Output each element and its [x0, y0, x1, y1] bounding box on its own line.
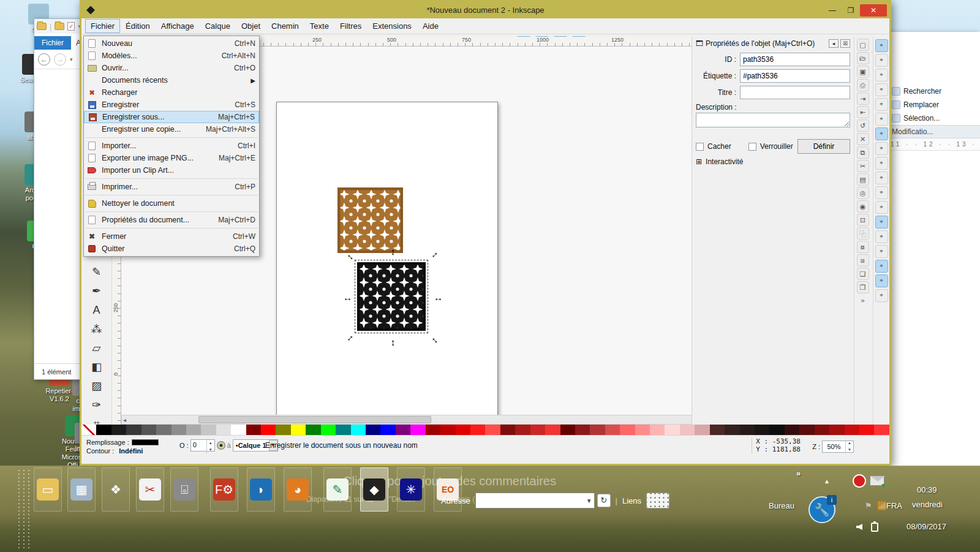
palette-swatch[interactable] [859, 425, 874, 435]
taskbar-icon-android-app[interactable]: ⌻ [170, 467, 198, 512]
palette-swatch[interactable] [530, 425, 545, 435]
titre-field[interactable] [740, 86, 850, 99]
palette-swatch[interactable] [575, 425, 590, 435]
commands-overflow-chevron[interactable]: » [861, 297, 864, 304]
palette-swatch[interactable] [874, 425, 889, 435]
file-menu-item-importerunclipart[interactable]: Importer un Clip Art... [84, 164, 259, 176]
snap-button-12[interactable]: ⌖ [875, 201, 888, 214]
language-indicator[interactable]: FRA [886, 501, 902, 510]
panel-close-button[interactable]: ☒ [840, 39, 850, 48]
palette-swatch[interactable] [635, 425, 650, 435]
calligraphy-tool-icon[interactable]: ✎ [86, 263, 107, 281]
palette-swatch[interactable] [201, 425, 216, 435]
palette-swatch[interactable] [276, 425, 290, 435]
file-menu-item-propriétésdudocument[interactable]: Propriétés du document...Maj+Ctrl+D [84, 214, 259, 226]
palette-swatch[interactable] [650, 425, 665, 435]
zoom-selection-icon[interactable]: ◉ [857, 200, 869, 213]
palette-swatch[interactable] [845, 425, 859, 435]
palette-swatch[interactable] [172, 425, 186, 435]
palette-swatch[interactable] [545, 425, 560, 435]
title-bar[interactable]: *Nouveau document 2 - Inkscape — ❐ ✕ [81, 2, 889, 18]
duplicate-icon[interactable]: ⿻ [857, 227, 869, 240]
word-item-remplacer[interactable]: Remplacer [887, 98, 980, 112]
file-menu-item-exporteruneimagepng[interactable]: Exporter une image PNG...Maj+Ctrl+E [84, 152, 259, 164]
palette-swatch[interactable] [141, 425, 156, 435]
save-icon[interactable]: ▣ [857, 66, 869, 78]
snap-button-3[interactable]: ⌖ [875, 69, 888, 81]
snap-button-14[interactable]: ⌖ [875, 230, 888, 243]
menu-dition[interactable]: Édition [120, 19, 156, 33]
file-menu-item-imprimer[interactable]: Imprimer...Ctrl+P [84, 181, 259, 193]
etiquette-field[interactable] [740, 69, 850, 83]
palette-swatch[interactable] [216, 425, 231, 435]
palette-swatch[interactable] [291, 425, 306, 435]
menu-chemin[interactable]: Chemin [266, 19, 304, 33]
snap-button-9[interactable]: ⌖ [875, 157, 888, 170]
scale-handle-arrow-icon[interactable]: ↔ [343, 294, 352, 301]
steam-tray-icon[interactable]: 🔧 [809, 496, 835, 523]
palette-swatch[interactable] [515, 425, 530, 435]
file-menu-item-quitter[interactable]: QuitterCtrl+Q [84, 243, 259, 255]
taskbar-grip[interactable] [27, 469, 31, 549]
wood-lattice-object[interactable] [337, 187, 403, 253]
back-button[interactable]: ← [38, 53, 50, 66]
expander-icon[interactable]: ⊞ [696, 157, 702, 166]
taskbar-icon-screenshot-tool[interactable]: ✂ [136, 467, 164, 512]
taskbar-icon-firefox[interactable]: ◕ [284, 467, 312, 512]
revert-icon[interactable]: ↺ [857, 119, 869, 132]
palette-swatch[interactable] [246, 425, 261, 435]
import-icon[interactable]: ⇥ [857, 93, 869, 105]
palette-swatch[interactable] [605, 425, 620, 435]
menu-calque[interactable]: Calque [200, 19, 236, 33]
menu-aide[interactable]: Aide [417, 19, 444, 33]
palette-swatch[interactable] [96, 425, 111, 435]
palette-swatch[interactable] [470, 425, 485, 435]
clock-time[interactable]: 00:39 [917, 485, 937, 494]
palette-swatch[interactable] [396, 425, 410, 435]
menu-fichier[interactable]: Fichier [85, 19, 120, 33]
folder-icon[interactable] [37, 23, 47, 30]
palette-swatch[interactable] [231, 425, 246, 435]
address-input[interactable] [475, 493, 595, 509]
unlink-clone-icon[interactable]: ⧈ [857, 254, 869, 267]
links-label[interactable]: Liens [622, 496, 641, 505]
snap-button-18[interactable]: ⌖ [875, 289, 888, 302]
volume-icon[interactable] [856, 524, 862, 530]
snap-button-6[interactable]: ⌖ [875, 113, 888, 126]
palette-swatch[interactable] [799, 425, 814, 435]
taskbar-grip[interactable] [17, 469, 21, 549]
network-signal-icon[interactable]: 📶 [877, 501, 887, 510]
spray-tool-icon[interactable]: ⁂ [86, 320, 107, 338]
word-item-rechercher[interactable]: Rechercher [887, 85, 980, 98]
palette-swatch[interactable] [725, 425, 739, 435]
file-menu-item-documentsrécents[interactable]: Documents récents▶ [84, 74, 259, 86]
menu-objet[interactable]: Objet [236, 19, 266, 33]
id-field[interactable] [740, 53, 850, 66]
explorer-tab-fichier[interactable]: Fichier [34, 36, 71, 50]
snap-button-17[interactable]: ⌖ [875, 274, 888, 287]
action-center-flag-icon[interactable]: ⚑ [865, 501, 872, 510]
mail-tray-icon[interactable] [870, 475, 884, 486]
palette-swatch[interactable] [111, 425, 126, 435]
paste-icon[interactable]: ▤ [857, 173, 869, 186]
checked-document-icon[interactable] [67, 22, 75, 31]
text-tool-icon[interactable]: A [86, 301, 107, 319]
palette-swatch[interactable] [740, 425, 755, 435]
scale-handle-arrow-icon[interactable]: ↔ [434, 294, 443, 301]
file-menu-item-nettoyerledocument[interactable]: Nettoyer le document [84, 197, 259, 210]
file-menu-item-ouvrir[interactable]: Ouvrir...Ctrl+O [84, 62, 259, 74]
palette-swatch[interactable] [590, 425, 605, 435]
snap-button-1[interactable]: ⌖ [875, 39, 888, 52]
toolbar-overflow-chevron[interactable]: » [796, 469, 801, 478]
gradient-tool-icon[interactable]: ▨ [86, 377, 107, 395]
delete-icon[interactable]: ✕ [857, 133, 869, 145]
file-menu-item-recharger[interactable]: ✖Recharger [84, 86, 259, 99]
eraser-tool-icon[interactable]: ▱ [86, 339, 107, 357]
palette-swatch[interactable] [785, 425, 799, 435]
palette-swatch[interactable] [815, 425, 829, 435]
open-icon[interactable]: 🗁 [857, 52, 869, 64]
file-menu-item-enregistrerunecopie[interactable]: Enregistrer une copie...Maj+Ctrl+Alt+S [84, 123, 259, 135]
word-item-slection[interactable]: Sélection... [887, 112, 980, 125]
menu-affichage[interactable]: Affichage [156, 19, 200, 33]
address-dropdown-icon[interactable]: ▼ [586, 497, 592, 504]
